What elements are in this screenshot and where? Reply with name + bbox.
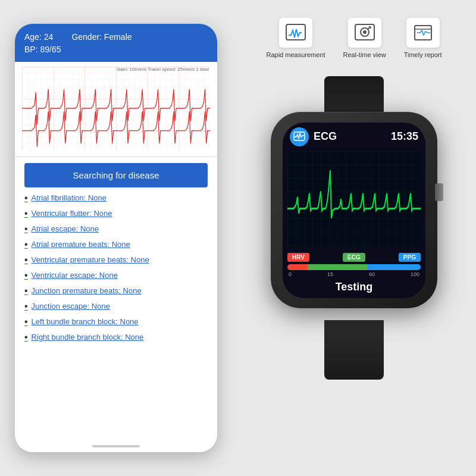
disease-list-item: Left bundle branch block: None bbox=[24, 317, 208, 327]
hrv-label: HRV bbox=[287, 253, 309, 262]
chart-label: Gain: 10mm/s Travel speed: 25mm/s 1 lead bbox=[117, 67, 209, 72]
feature-rapid-measurement: Rapid measurement bbox=[267, 18, 325, 58]
hrv-progress bbox=[287, 264, 308, 270]
rapid-measurement-label: Rapid measurement bbox=[267, 51, 325, 58]
disease-list-item: Junction escape: None bbox=[24, 302, 208, 311]
watch-screen: ECG 15:35 bbox=[283, 123, 425, 298]
disease-list-item: Atrial escape: None bbox=[24, 224, 208, 234]
watch-case: ECG 15:35 bbox=[271, 112, 437, 308]
search-disease-button[interactable]: Searching for disease bbox=[24, 163, 208, 187]
timely-report-icon bbox=[412, 23, 434, 42]
timely-report-label: Timely report bbox=[404, 51, 442, 58]
watch-band-bottom bbox=[324, 320, 384, 380]
ecg-waveform-area bbox=[283, 149, 425, 249]
ecg-progress bbox=[308, 264, 368, 270]
tick-100: 100 bbox=[411, 271, 419, 277]
ppg-label: PPG bbox=[399, 253, 421, 262]
ecg-svg bbox=[22, 67, 210, 150]
features-row: Rapid measurement Real-time view bbox=[267, 18, 442, 58]
watch-crown bbox=[435, 183, 443, 201]
tick-0: 0 bbox=[289, 271, 292, 277]
rapid-measurement-icon bbox=[285, 23, 306, 42]
timely-report-icon-box bbox=[406, 18, 440, 48]
realtime-view-icon-box bbox=[348, 18, 381, 48]
bar-numbers: 0 15 60 100 bbox=[287, 271, 421, 277]
disease-list-item: Junction premature beats: None bbox=[24, 286, 208, 296]
disease-list: Atrial fibrillation: NoneVentricular flu… bbox=[15, 193, 217, 440]
ecg-chart-area: Gain: 10mm/s Travel speed: 25mm/s 1 lead bbox=[15, 62, 217, 157]
disease-list-item: Ventricular escape: None bbox=[24, 271, 208, 280]
left-panel: Age: 24 Gender: Female BP: 89/65 Gain: 1… bbox=[0, 0, 232, 476]
disease-list-item: Atrial premature beats: None bbox=[24, 240, 208, 249]
bars-labels: HRV ECG PPG bbox=[287, 253, 421, 262]
watch-body: ECG 15:35 bbox=[271, 82, 437, 356]
ecg-app-icon bbox=[290, 127, 309, 146]
disease-list-item: Atrial fibrillation: None bbox=[24, 193, 208, 203]
svg-point-5 bbox=[363, 30, 367, 34]
feature-timely-report: Timely report bbox=[404, 18, 442, 58]
phone-header: Age: 24 Gender: Female BP: 89/65 bbox=[15, 24, 217, 62]
rapid-measurement-icon-box bbox=[279, 18, 312, 48]
screen-app-name: ECG bbox=[314, 130, 386, 143]
gender-label: Gender: Female bbox=[71, 32, 131, 42]
phone-mockup: Age: 24 Gender: Female BP: 89/65 Gain: 1… bbox=[15, 24, 217, 452]
screen-time: 15:35 bbox=[391, 130, 418, 143]
ppg-progress bbox=[367, 264, 421, 270]
watch-ecg-svg bbox=[287, 151, 421, 247]
phone-bottom-bar bbox=[92, 445, 140, 447]
ecg-waveform-icon bbox=[293, 131, 305, 142]
disease-list-item: Right bundle branch block: None bbox=[24, 333, 208, 342]
tick-60: 60 bbox=[369, 271, 375, 277]
progress-bar bbox=[287, 264, 421, 270]
feature-realtime-view: Real-time view bbox=[343, 18, 386, 58]
testing-status: Testing bbox=[283, 278, 425, 298]
disease-list-item: Ventricular premature beats: None bbox=[24, 255, 208, 265]
measurement-bars: HRV ECG PPG 0 15 60 bbox=[283, 249, 425, 278]
svg-rect-13 bbox=[287, 151, 421, 247]
bp-label: BP: 89/65 bbox=[24, 43, 208, 56]
disease-list-item: Ventricular flutter: None bbox=[24, 209, 208, 218]
tick-15: 15 bbox=[327, 271, 333, 277]
watch-container: ECG 15:35 bbox=[253, 70, 455, 368]
realtime-view-icon bbox=[354, 23, 375, 42]
realtime-view-label: Real-time view bbox=[343, 51, 386, 58]
age-label: Age: 24 bbox=[24, 32, 53, 42]
ecg-label: ECG bbox=[343, 253, 365, 262]
screen-topbar: ECG 15:35 bbox=[283, 123, 425, 149]
right-panel: Rapid measurement Real-time view bbox=[232, 0, 476, 476]
